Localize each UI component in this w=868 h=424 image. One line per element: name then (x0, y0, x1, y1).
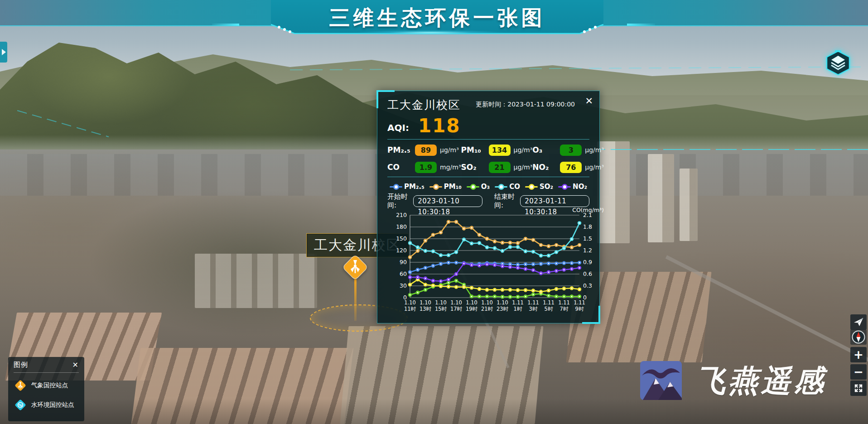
svg-text:7时: 7时 (560, 306, 569, 312)
svg-text:90: 90 (400, 259, 407, 265)
svg-text:23时: 23时 (497, 306, 509, 312)
legend-dot (562, 184, 568, 190)
sidebar-expand-tab[interactable] (0, 42, 7, 63)
legend-label: PM₁₀ (444, 183, 462, 191)
end-time-input[interactable]: 2023-01-11 10:30:18 (520, 195, 589, 207)
app-canvas: 三维生态环保一张图 工大金川校区 工大金川校区 更新时间：2023-01 (0, 0, 868, 424)
legend-dot (470, 184, 476, 190)
svg-text:1.10: 1.10 (404, 299, 416, 306)
header-accent (212, 24, 239, 26)
marker-stem (354, 277, 357, 321)
svg-text:210: 210 (396, 212, 407, 218)
end-time-label: 结束时间: (494, 193, 517, 210)
start-time-label: 开始时间: (387, 193, 410, 210)
chart-legend-item-pm10[interactable]: PM₁₀ (429, 183, 462, 191)
legend-label: CO (509, 183, 520, 191)
svg-text:1.11: 1.11 (527, 299, 539, 306)
fullscreen-button[interactable] (850, 381, 867, 396)
layers-button[interactable] (825, 50, 852, 76)
svg-text:1.11: 1.11 (574, 299, 585, 306)
update-time-label: 更新时间： (476, 101, 507, 108)
pollutant-unit: µg/m³ (514, 164, 533, 171)
svg-text:180: 180 (396, 223, 407, 230)
svg-text:3时: 3时 (529, 306, 538, 312)
zoom-in-button[interactable]: + (850, 347, 867, 362)
legend-item-weather-station[interactable]: 气象国控站点 (14, 379, 79, 392)
pollutant-name: SO₂ (461, 163, 486, 172)
update-time-value: 2023-01-11 09:00:00 (507, 101, 575, 108)
locate-button[interactable] (850, 314, 867, 330)
legend-dot (498, 184, 504, 190)
pollutant-grid: PM₂.₅ 89 µg/m³ PM₁₀ 134 µg/m³ O₃ 3 µg/m³… (387, 144, 589, 173)
pollutant-so2: SO₂ 21 µg/m³ (461, 161, 533, 173)
legend-line (467, 186, 479, 188)
compass-button[interactable] (850, 329, 867, 345)
fullscreen-icon (853, 383, 864, 394)
divider (14, 372, 79, 373)
close-icon[interactable]: ✕ (585, 96, 593, 106)
svg-text:13时: 13时 (420, 306, 432, 312)
legend-line (525, 186, 538, 188)
pollutant-o3: O₃ 3 µg/m³ (532, 144, 604, 156)
chart-legend-item-so2[interactable]: SO₂ (525, 183, 553, 191)
svg-text:1.11: 1.11 (543, 299, 555, 306)
close-icon[interactable]: ✕ (72, 361, 79, 369)
svg-text:0.6: 0.6 (583, 270, 592, 277)
legend-dot (529, 184, 535, 190)
map-legend-panel: 图例 ✕ 气象国控站点 水环境国控站点 (8, 357, 84, 421)
chevron-right-icon (2, 49, 6, 55)
legend-line (429, 186, 442, 188)
pollutant-unit: µg/m³ (440, 146, 459, 154)
legend-line (495, 186, 507, 188)
svg-text:CO(mg/m³): CO(mg/m³) (572, 208, 604, 213)
pollutant-name: PM₂.₅ (387, 145, 412, 154)
start-time-input[interactable]: 2023-01-10 10:30:18 (413, 195, 482, 207)
water-station-diamond-icon (14, 398, 27, 412)
pollutant-chart[interactable]: 00300.3600.6900.91201.21501.51801.82102.… (387, 208, 604, 325)
legend-panel-title: 图例 (14, 361, 28, 369)
pollutant-value-badge: 89 (415, 145, 437, 156)
watermark-text: 飞燕遥感 (696, 361, 826, 401)
chart-legend-item-o3[interactable]: O₃ (467, 183, 490, 191)
tower-building (680, 169, 698, 241)
pollutant-pm10: PM₁₀ 134 µg/m³ (461, 144, 533, 156)
svg-text:19时: 19时 (466, 306, 478, 312)
panel-title: 工大金川校区 (387, 97, 461, 112)
page-title: 三维生态环保一张图 (271, 5, 603, 31)
svg-text:1.2: 1.2 (583, 247, 592, 254)
chart-legend-item-no2[interactable]: NO₂ (558, 183, 587, 191)
legend-label: NO₂ (573, 183, 587, 191)
svg-text:1时: 1时 (514, 306, 522, 312)
pollutant-value-badge: 1.9 (415, 162, 437, 173)
plus-icon: + (854, 348, 863, 361)
pollutant-unit: µg/m³ (514, 146, 533, 154)
pollutant-value-badge: 21 (489, 162, 511, 173)
station-detail-panel: 工大金川校区 更新时间：2023-01-11 09:00:00 ✕ AQI: 1… (377, 91, 600, 323)
svg-text:60: 60 (400, 270, 407, 277)
pollutant-value-badge: 76 (560, 162, 582, 173)
svg-text:0.3: 0.3 (583, 282, 592, 289)
zoom-out-button[interactable]: − (850, 364, 867, 380)
svg-text:1.11: 1.11 (512, 299, 524, 306)
svg-text:1.10: 1.10 (420, 299, 431, 306)
svg-text:1.10: 1.10 (466, 299, 477, 306)
chart-legend-item-co[interactable]: CO (495, 183, 520, 191)
svg-text:30: 30 (400, 282, 407, 289)
pollutant-unit: µg/m³ (585, 146, 604, 154)
pollutant-no2: NO₂ 76 µg/m³ (532, 161, 604, 173)
chart-legend-item-pm25[interactable]: PM₂.₅ (390, 183, 424, 191)
legend-item-label: 气象国控站点 (31, 381, 68, 390)
svg-text:0.9: 0.9 (583, 259, 592, 265)
svg-text:15时: 15时 (435, 306, 447, 312)
aqi-label: AQI: (387, 120, 409, 135)
svg-text:1.5: 1.5 (583, 235, 592, 242)
legend-item-water-station[interactable]: 水环境国控站点 (14, 398, 79, 412)
divider (387, 177, 589, 177)
pollutant-pm25: PM₂.₅ 89 µg/m³ (387, 144, 461, 156)
map-overlay-line (558, 149, 868, 150)
svg-text:150: 150 (396, 235, 407, 242)
weather-station-marker[interactable] (342, 254, 369, 281)
pollutant-unit: mg/m³ (440, 164, 461, 171)
watermark-logo (640, 361, 682, 400)
title-flare (331, 29, 530, 36)
